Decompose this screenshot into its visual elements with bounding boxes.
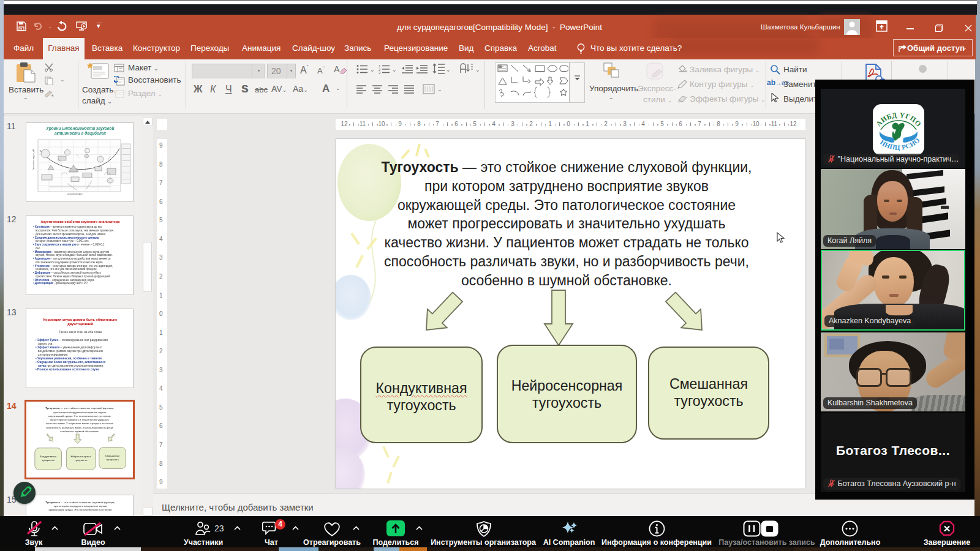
svg-text:Нейросенсорная: Нейросенсорная (70, 455, 91, 458)
svg-text:тугоухость: тугоухость (42, 459, 55, 462)
svg-text:тугоухость: тугоухость (75, 459, 88, 462)
svg-text:Кондуктивная: Кондуктивная (40, 455, 56, 458)
svg-text:Смешанная: Смешанная (105, 454, 120, 457)
svg-text:шумовой фон: шумовой фон (67, 192, 83, 195)
svg-text:тугоухость: тугоухость (106, 458, 119, 461)
svg-text:Уровень звука, дБ: Уровень звука, дБ (32, 149, 35, 170)
svg-text:3: 3 (379, 71, 381, 74)
